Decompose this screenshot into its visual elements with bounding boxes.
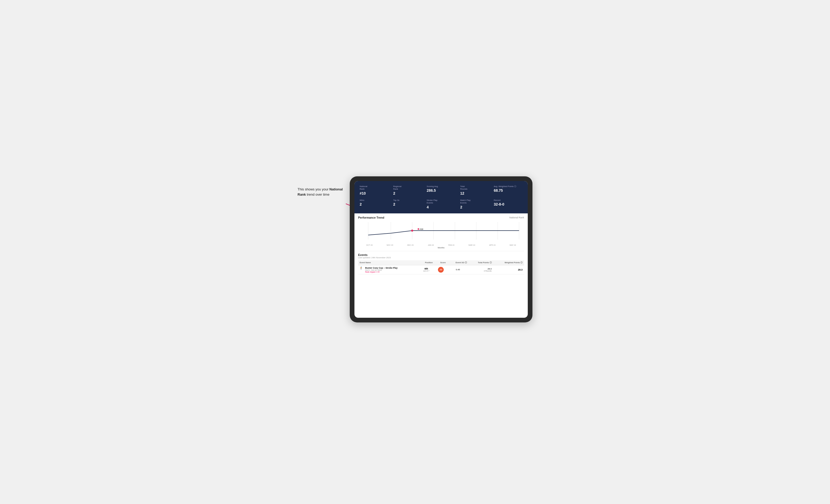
- chart-svg: [358, 221, 524, 244]
- stat-avg-weighted-points: Avg. Weighted Points ⓘ 68.75: [492, 183, 524, 197]
- events-table-header: Event Name Position Score Event SG ⓘ Tot…: [358, 260, 524, 265]
- stat-top3s: Top 3s 2: [391, 198, 424, 211]
- scene: This shows you your National Rank trend …: [297, 176, 533, 328]
- col-event-sg: Event SG ⓘ: [447, 260, 469, 265]
- score-badge: -22: [438, 267, 444, 273]
- event-icon: 🏌: [360, 267, 363, 269]
- event-name-cell: 🏌 Buster Cozy Cup – Stroke Play Oct 9 - …: [358, 265, 418, 274]
- stats-bar: NationalRank #10 RegionalRank 2 Scoring …: [354, 181, 528, 213]
- event-position: 6th out of 7: [418, 265, 434, 274]
- event-total-points: 28.3 3 Rounds: [469, 265, 493, 274]
- stat-record: Record 32-8-0: [492, 198, 524, 211]
- performance-trend-title: Performance Trend: [358, 216, 384, 219]
- svg-point-9: [411, 230, 413, 232]
- event-date: Oct 9 - Oct 10, 2023: [365, 269, 397, 271]
- x-label-may24: MAY 24: [503, 244, 523, 246]
- performance-chart: #10: [358, 221, 524, 244]
- col-position: Position: [418, 260, 434, 265]
- x-label-oct23: OCT 23: [359, 244, 380, 246]
- stat-regional-rank: RegionalRank 2: [391, 183, 424, 197]
- stat-wins: Wins 2: [358, 198, 390, 211]
- stat-scoring-avg: Scoring Avg. 286.5: [425, 183, 457, 197]
- performance-trend-subtitle: National Rank: [509, 216, 524, 219]
- events-table-body: 🏌 Buster Cozy Cup – Stroke Play Oct 9 - …: [358, 265, 524, 274]
- col-score: Score: [434, 260, 447, 265]
- stat-match-play-events: Match PlayEvents 2: [458, 198, 491, 211]
- stats-row-2: Wins 2 Top 3s 2 Stroke PlayEvents 4 Matc…: [358, 198, 524, 211]
- event-details: Buster Cozy Cup – Stroke Play Oct 9 - Oc…: [365, 267, 397, 273]
- x-label-jan24: JAN 24: [421, 244, 441, 246]
- events-table: Event Name Position Score Event SG ⓘ Tot…: [358, 260, 524, 274]
- x-label-apr24: APR 24: [482, 244, 503, 246]
- rank-dot: [418, 228, 419, 230]
- tablet-frame: NationalRank #10 RegionalRank 2 Scoring …: [350, 176, 533, 323]
- chart-x-title: Months: [358, 246, 524, 249]
- tablet-screen: NationalRank #10 RegionalRank 2 Scoring …: [354, 181, 528, 318]
- x-label-feb24: FEB 24: [441, 244, 462, 246]
- rank-impact: Rank Impact: 3 ▼: [365, 271, 397, 273]
- col-event-name: Event Name: [358, 260, 418, 265]
- x-label-dec23: DEC 23: [400, 244, 421, 246]
- event-sg: 0.45: [447, 265, 469, 274]
- annotation-text: This shows you your National Rank trend …: [297, 187, 343, 196]
- events-title: Events: [358, 253, 524, 257]
- stats-row-1: NationalRank #10 RegionalRank 2 Scoring …: [358, 183, 524, 197]
- x-label-mar24: MAR 24: [462, 244, 482, 246]
- annotation-bold: National Rank: [297, 187, 343, 196]
- events-table-header-row: Event Name Position Score Event SG ⓘ Tot…: [358, 260, 524, 265]
- rank-label: #10: [418, 228, 423, 230]
- stat-stroke-play-events: Stroke PlayEvents 4: [425, 198, 457, 211]
- x-label-nov23: NOV 23: [380, 244, 401, 246]
- stat-total-rounds: TotalRounds 12: [458, 183, 491, 197]
- main-content: Performance Trend National Rank: [354, 213, 528, 277]
- chart-x-labels: OCT 23 NOV 23 DEC 23 JAN 24 FEB 24 MAR 2…: [358, 244, 524, 246]
- annotation: This shows you your National Rank trend …: [297, 187, 350, 197]
- event-name: Buster Cozy Cup – Stroke Play: [365, 267, 397, 269]
- col-total-points: Total Points ⓘ: [469, 260, 493, 265]
- events-section: Events Last updated: 24th November 2023 …: [358, 251, 524, 274]
- table-row: 🏌 Buster Cozy Cup – Stroke Play Oct 9 - …: [358, 265, 524, 274]
- events-last-updated: Last updated: 24th November 2023: [358, 257, 524, 259]
- col-weighted-points: Weighted Points ⓘ: [493, 260, 524, 265]
- event-weighted-points: 28.3: [493, 265, 524, 274]
- stat-national-rank: NationalRank #10: [358, 183, 390, 197]
- event-score: -22: [434, 265, 447, 274]
- performance-trend-header: Performance Trend National Rank: [358, 216, 524, 219]
